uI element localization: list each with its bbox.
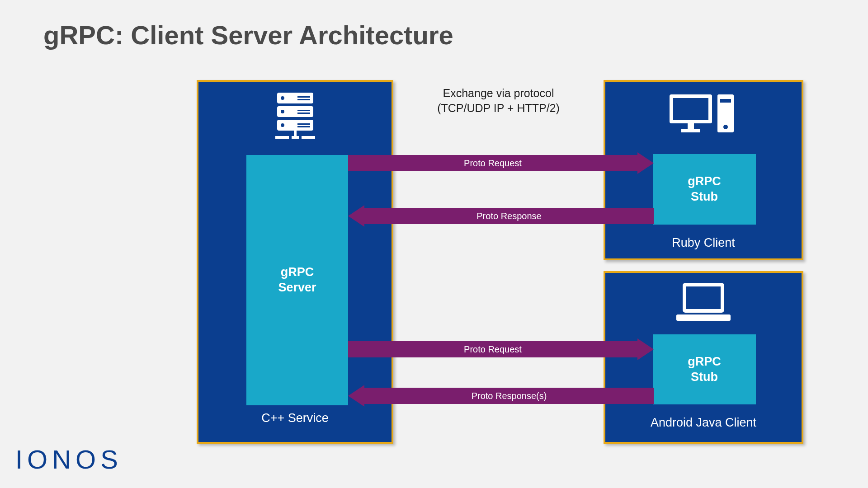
svg-rect-25 [676, 314, 731, 321]
svg-rect-19 [681, 129, 700, 132]
svg-rect-15 [302, 136, 315, 139]
grpc-server-label-l1: gRPC [281, 265, 314, 279]
protocol-note-l2: (TCP/UDP IP + HTTP/2) [437, 102, 560, 114]
svg-point-4 [281, 110, 284, 113]
laptop-icon [604, 280, 803, 325]
svg-point-3 [281, 96, 284, 100]
android-stub-box: gRPC Stub [653, 334, 756, 404]
arrow-label-req-ruby: Proto Request [348, 158, 637, 169]
arrow-head-resp-ruby [348, 205, 364, 227]
ruby-client-caption: Ruby Client [604, 236, 803, 250]
ruby-stub-l1: gRPC [688, 174, 721, 188]
android-client-caption: Android Java Client [604, 416, 803, 430]
android-stub-l2: Stub [691, 370, 718, 384]
arrow-label-resp-android: Proto Response(s) [364, 391, 654, 401]
svg-rect-22 [720, 99, 731, 103]
grpc-server-label-l2: Server [278, 281, 316, 294]
ruby-stub-box: gRPC Stub [653, 154, 756, 225]
arrow-proto-response-ruby: Proto Response [364, 208, 654, 224]
grpc-server-box: gRPC Server [246, 155, 348, 405]
svg-rect-24 [686, 286, 721, 309]
arrow-proto-request-android: Proto Request [348, 341, 637, 357]
android-stub-l1: gRPC [688, 355, 721, 368]
arrow-label-req-android: Proto Request [348, 344, 637, 355]
protocol-note: Exchange via protocol (TCP/UDP IP + HTTP… [393, 86, 604, 115]
server-rack-icon [197, 90, 393, 145]
arrow-head-req-android [637, 338, 654, 360]
svg-rect-7 [297, 99, 310, 100]
desktop-icon [604, 90, 803, 140]
ruby-stub-l2: Stub [691, 190, 718, 203]
architecture-diagram: gRPC Server C++ Service gRPC Stub Ruby C… [0, 0, 868, 488]
svg-rect-10 [297, 123, 310, 125]
svg-rect-9 [297, 113, 310, 114]
ionos-logo: IONOS [15, 444, 123, 474]
protocol-note-l1: Exchange via protocol [443, 87, 554, 99]
svg-rect-13 [275, 136, 289, 139]
svg-rect-17 [673, 98, 708, 120]
svg-rect-14 [292, 136, 299, 139]
arrow-head-resp-android [348, 385, 364, 407]
server-caption: C++ Service [197, 411, 393, 425]
arrow-proto-response-android: Proto Response(s) [364, 388, 654, 404]
svg-point-5 [281, 123, 284, 127]
svg-rect-12 [294, 131, 297, 136]
arrow-proto-request-ruby: Proto Request [348, 155, 637, 171]
svg-rect-6 [297, 96, 310, 98]
svg-rect-11 [297, 126, 310, 127]
svg-rect-8 [297, 110, 310, 111]
svg-rect-18 [688, 123, 694, 129]
svg-point-21 [723, 125, 728, 129]
arrow-label-resp-ruby: Proto Response [364, 211, 654, 221]
arrow-head-req-ruby [637, 152, 654, 174]
